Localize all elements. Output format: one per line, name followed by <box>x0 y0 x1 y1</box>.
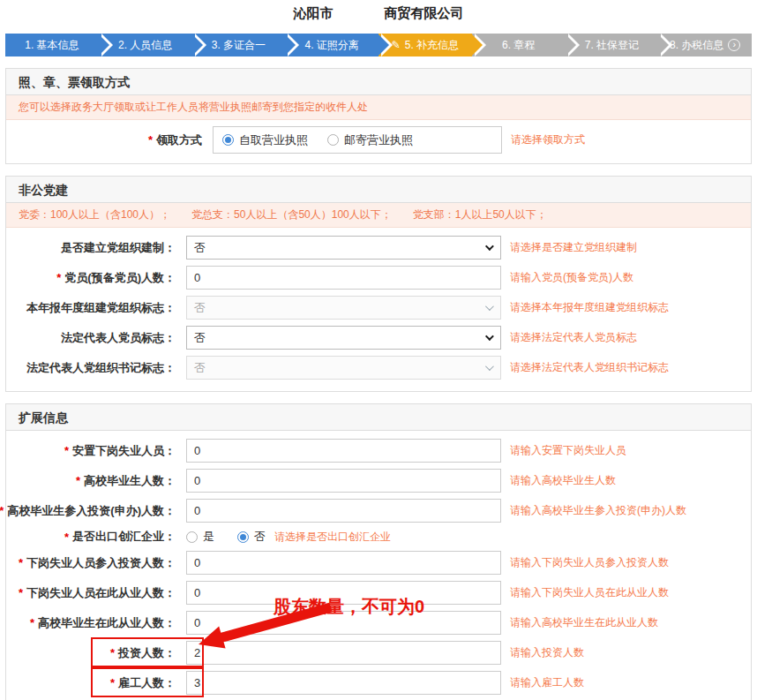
text-input[interactable] <box>186 469 501 493</box>
section-note: 您可以选择政务大厅领取或让工作人员将营业执照邮寄到您指定的收件人处 <box>6 95 751 120</box>
form-row: 法定代表人党组织书记标志：否请选择法定代表人党组织书记标志 <box>6 356 751 380</box>
radio-option[interactable]: 否 <box>237 529 266 545</box>
required-asterisk: * <box>19 556 23 569</box>
field-control <box>186 641 501 665</box>
form-row: *安置下岗失业人员：请输入安置下岗失业人员 <box>6 439 751 463</box>
hint-text: 请输入投资人数 <box>510 645 584 660</box>
hint-text: 请输入高校毕业生参入投资(申办)人数 <box>510 503 686 518</box>
select-value: 否 <box>194 240 206 256</box>
field-control <box>186 499 501 523</box>
required-asterisk: * <box>64 444 69 457</box>
field-label-text: 安置下岗失业人员： <box>72 443 176 459</box>
form-row: 法定代表人党员标志：否请选择法定代表人党员标志 <box>6 326 751 350</box>
step-label: 3. 多证合一 <box>212 38 266 53</box>
field-label-text: 领取方式 <box>156 132 202 148</box>
text-input[interactable] <box>186 499 501 523</box>
select-input[interactable]: 否 <box>186 236 501 260</box>
section-title: 照、章、票领取方式 <box>6 69 751 95</box>
radio-option[interactable]: 是 <box>186 529 214 545</box>
form-row: *高校毕业生人数：请输入高校毕业生人数 <box>6 469 751 493</box>
company-name-prefix: 沁阳市 <box>294 5 334 20</box>
field-label: *党员(预备党员)人数： <box>6 270 176 286</box>
field-control: 否 <box>186 236 501 260</box>
field-control: 自取营业执照邮寄营业执照 <box>213 126 502 154</box>
radio-group: 自取营业执照邮寄营业执照 <box>213 126 502 154</box>
field-control <box>186 671 501 695</box>
hint-text: 请选择法定代表人党组织书记标志 <box>510 360 669 375</box>
form-row: 本年报年度组建党组织标志：否请选择本年报年度组建党组织标志 <box>6 296 751 320</box>
hint-text: 请选择是否出口创汇企业 <box>274 530 391 545</box>
field-control <box>186 611 501 635</box>
hint-text: 请输入下岗失业人员在此从业人数 <box>510 585 669 600</box>
hint-text: 请输入高校毕业生在此从业人数 <box>510 615 658 630</box>
text-input[interactable] <box>186 671 501 695</box>
radio-selected-icon[interactable] <box>222 134 234 146</box>
section-rows: *领取方式自取营业执照邮寄营业执照请选择领取方式 <box>6 120 751 163</box>
step-label: 4. 证照分离 <box>304 38 358 53</box>
radio-option-label: 是 <box>203 529 214 545</box>
text-input[interactable] <box>186 611 501 635</box>
hint-text: 请输入下岗失业人员参入投资人数 <box>510 555 669 570</box>
field-control: 是否 <box>186 529 266 545</box>
required-asterisk: * <box>30 616 34 629</box>
form-row: 是否建立党组织建制：否请选择是否建立党组织建制 <box>6 236 751 260</box>
text-input[interactable] <box>186 551 501 575</box>
step-label: 8. 办税信息 <box>670 38 723 53</box>
hint-text: 请输入安置下岗失业人员 <box>510 443 626 458</box>
section-rows: 是否建立党组织建制：否请选择是否建立党组织建制*党员(预备党员)人数：请输入党员… <box>6 228 751 391</box>
text-input[interactable] <box>186 581 501 605</box>
required-asterisk: * <box>0 504 4 517</box>
wizard-step-1[interactable]: 1. 基本信息 <box>5 34 99 56</box>
field-label-text: 法定代表人党组织书记标志： <box>26 360 176 376</box>
field-label-text: 投资人数： <box>118 645 176 661</box>
radio-option[interactable]: 邮寄营业执照 <box>327 132 413 148</box>
radio-unselected-icon[interactable] <box>186 531 198 543</box>
field-label-text: 本年报年度组建党组织标志： <box>26 300 176 316</box>
radio-option[interactable]: 自取营业执照 <box>222 132 308 148</box>
form-row: *是否出口创汇企业：是否请选择是否出口创汇企业 <box>6 529 751 545</box>
step-label: 6. 章程 <box>502 38 535 53</box>
chevron-down-icon <box>485 332 494 341</box>
hint-text: 请选择领取方式 <box>511 132 585 147</box>
text-input[interactable] <box>186 439 501 463</box>
field-label: *领取方式 <box>6 132 202 148</box>
field-label-text: 党员(预备党员)人数： <box>64 270 176 286</box>
radio-unselected-icon[interactable] <box>327 134 339 146</box>
field-control <box>186 439 501 463</box>
required-asterisk: * <box>56 271 61 284</box>
field-label: *安置下岗失业人员： <box>6 443 176 459</box>
select-value: 否 <box>194 300 206 316</box>
select-input[interactable]: 否 <box>186 326 501 350</box>
chevron-down-icon <box>485 242 494 251</box>
required-asterisk: * <box>76 474 80 487</box>
form-row: *领取方式自取营业执照邮寄营业执照请选择领取方式 <box>6 128 751 152</box>
required-asterisk: * <box>19 586 23 599</box>
required-asterisk: * <box>110 646 115 659</box>
field-label: *下岗失业人员参入投资人数： <box>6 555 176 571</box>
field-label-text: 法定代表人党员标志： <box>61 330 176 346</box>
step-label: 1. 基本信息 <box>25 38 79 53</box>
field-label: 法定代表人党组织书记标志： <box>6 360 176 376</box>
section-2: 非公党建党委：100人以上（含100人）； 党总支：50人以上（含50人）100… <box>5 176 752 392</box>
field-label: *雇工人数： <box>6 675 176 691</box>
field-control: 否 <box>186 326 501 350</box>
step-label: 2. 人员信息 <box>118 38 172 53</box>
select-input: 否 <box>186 356 501 380</box>
hint-text: 请输入雇工人数 <box>510 675 584 690</box>
radio-selected-icon[interactable] <box>237 531 249 543</box>
circle-arrow-icon: › <box>728 39 740 51</box>
field-label-text: 高校毕业生在此从业人数： <box>38 615 176 631</box>
hint-text: 请选择是否建立党组织建制 <box>510 240 637 255</box>
field-control: 否 <box>186 356 501 380</box>
field-label: 是否建立党组织建制： <box>6 240 176 256</box>
field-label: 法定代表人党员标志： <box>6 330 176 346</box>
field-label-text: 下岗失业人员在此从业人数： <box>26 585 176 601</box>
field-label: *下岗失业人员在此从业人数： <box>6 585 176 601</box>
form-row: *下岗失业人员在此从业人数：请输入下岗失业人员在此从业人数 <box>6 581 751 605</box>
page-title: 沁阳市商贸有限公司 <box>0 0 757 25</box>
hint-text: 请选择本年报年度组建党组织标志 <box>510 300 669 315</box>
company-name-suffix: 商贸有限公司 <box>385 5 464 20</box>
field-label-text: 雇工人数： <box>118 675 176 691</box>
text-input[interactable] <box>186 641 501 665</box>
text-input[interactable] <box>186 266 501 290</box>
